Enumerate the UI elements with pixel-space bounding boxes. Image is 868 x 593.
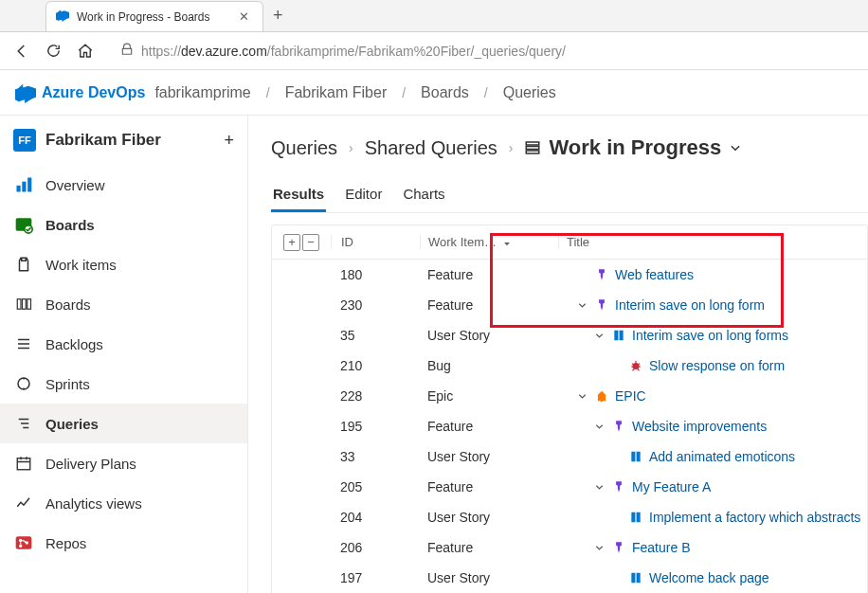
tab-charts[interactable]: Charts <box>401 178 446 212</box>
story-icon <box>628 571 643 584</box>
address-bar[interactable]: https://dev.azure.com/fabrikamprime/Fabr… <box>109 37 855 65</box>
query-icon <box>524 139 541 156</box>
url-text: https://dev.azure.com/fabrikamprime/Fabr… <box>141 44 566 59</box>
table-row[interactable]: 197User StoryWelcome back page <box>272 563 867 593</box>
svg-rect-13 <box>527 142 540 145</box>
cell-type: User Story <box>420 449 558 464</box>
sidebar-item-delivery-plans[interactable]: Delivery Plans <box>0 443 247 483</box>
work-item-link[interactable]: Welcome back page <box>649 570 769 585</box>
breadcrumb-section[interactable]: Queries <box>503 84 556 101</box>
cell-id: 33 <box>272 449 420 464</box>
breadcrumb-queries[interactable]: Queries <box>271 137 337 159</box>
sidebar-item-sprints[interactable]: Sprints <box>0 364 247 404</box>
browser-toolbar: https://dev.azure.com/fabrikamprime/Fabr… <box>0 32 868 70</box>
work-item-link[interactable]: Slow response on form <box>649 358 785 373</box>
feature-icon <box>594 268 609 281</box>
cell-id: 228 <box>272 388 420 404</box>
work-item-link[interactable]: EPIC <box>615 388 646 404</box>
svg-rect-9 <box>16 536 32 548</box>
column-header-title[interactable]: Title <box>558 235 867 249</box>
collapse-all-button[interactable]: − <box>302 234 319 251</box>
column-header-type[interactable]: Work Item… <box>420 235 558 249</box>
sidebar-item-boards[interactable]: Boards <box>0 205 247 244</box>
chevron-down-icon[interactable] <box>575 300 588 311</box>
back-button[interactable] <box>13 43 30 60</box>
query-title-dropdown[interactable]: Work in Progress <box>524 135 742 160</box>
chevron-right-icon: › <box>509 140 514 155</box>
column-header-id[interactable]: ID <box>331 235 420 249</box>
tab-results[interactable]: Results <box>271 178 326 212</box>
cell-type: Feature <box>420 540 558 555</box>
svg-point-11 <box>19 545 22 548</box>
table-row[interactable]: 204User StoryImplement a factory which a… <box>272 502 867 532</box>
work-item-link[interactable]: Website improvements <box>632 419 767 434</box>
sidebar-item-analytics-views[interactable]: Analytics views <box>0 483 247 523</box>
cell-id: 205 <box>272 479 420 494</box>
table-row[interactable]: 228EpicEPIC <box>272 381 867 411</box>
work-item-link[interactable]: Interim save on long forms <box>632 328 788 343</box>
work-item-link[interactable]: Feature B <box>632 540 690 555</box>
work-item-link[interactable]: My Feature A <box>632 479 711 494</box>
table-row[interactable]: 195FeatureWebsite improvements <box>272 411 867 441</box>
sidebar-item-boards[interactable]: Boards <box>0 284 247 324</box>
chevron-down-icon[interactable] <box>592 422 606 432</box>
board2-icon <box>13 294 34 314</box>
table-row[interactable]: 205FeatureMy Feature A <box>272 472 867 502</box>
work-item-link[interactable]: Implement a factory which abstracts <box>649 510 860 525</box>
sidebar-item-label: Queries <box>45 416 99 432</box>
grid-header: + − ID Work Item… Title <box>272 225 867 260</box>
work-item-link[interactable]: Web features <box>615 267 694 282</box>
overview-icon <box>13 174 34 195</box>
sort-down-icon <box>502 238 512 247</box>
add-button[interactable]: + <box>224 131 234 151</box>
breadcrumb-org[interactable]: fabrikamprime <box>154 84 250 101</box>
cell-type: User Story <box>420 570 558 585</box>
close-icon[interactable]: ✕ <box>235 8 253 26</box>
table-row[interactable]: 33User StoryAdd animated emoticons <box>272 441 867 472</box>
tab-editor[interactable]: Editor <box>343 178 384 212</box>
sidebar-item-label: Analytics views <box>45 495 142 512</box>
query-breadcrumb: Queries › Shared Queries › Work in Progr… <box>271 127 868 169</box>
cell-id: 195 <box>272 419 420 434</box>
chevron-right-icon: › <box>349 140 353 155</box>
breadcrumb-project[interactable]: Fabrikam Fiber <box>285 84 388 101</box>
sidebar-item-work-items[interactable]: Work items <box>0 244 247 284</box>
cell-id: 197 <box>272 570 420 585</box>
sidebar-item-repos[interactable]: Repos <box>0 523 247 563</box>
chevron-down-icon[interactable] <box>592 482 606 493</box>
table-row[interactable]: 206FeatureFeature B <box>272 532 867 563</box>
svg-rect-15 <box>527 151 540 153</box>
sidebar-item-label: Repos <box>45 535 86 551</box>
table-row[interactable]: 35User StoryInterim save on long forms <box>272 320 867 350</box>
cell-type: Feature <box>420 479 558 494</box>
refresh-button[interactable] <box>45 43 62 59</box>
chevron-down-icon[interactable] <box>592 543 606 553</box>
cell-id: 230 <box>272 297 420 313</box>
work-item-link[interactable]: Interim save on long form <box>615 297 765 313</box>
chevron-down-icon[interactable] <box>592 331 606 341</box>
feature-icon <box>611 480 626 494</box>
sidebar-item-backlogs[interactable]: Backlogs <box>0 324 247 364</box>
boards-icon <box>13 214 34 235</box>
breadcrumb-service[interactable]: Boards <box>421 84 469 101</box>
table-row[interactable]: 210BugSlow response on form <box>272 350 867 381</box>
chevron-down-icon[interactable] <box>575 391 588 402</box>
home-button[interactable] <box>77 43 94 60</box>
expand-all-button[interactable]: + <box>283 234 300 251</box>
sidebar-item-label: Backlogs <box>45 336 103 352</box>
epic-icon <box>594 389 609 403</box>
table-row[interactable]: 230FeatureInterim save on long form <box>272 290 867 320</box>
browser-tab[interactable]: Work in Progress - Boards ✕ <box>45 1 263 31</box>
table-row[interactable]: 180FeatureWeb features <box>272 260 867 290</box>
sidebar-item-overview[interactable]: Overview <box>0 165 247 205</box>
browser-tab-strip: Work in Progress - Boards ✕ + <box>0 0 868 32</box>
sidebar-item-queries[interactable]: Queries <box>0 404 247 443</box>
breadcrumb-folder[interactable]: Shared Queries <box>365 137 497 159</box>
azure-devops-logo[interactable]: Azure DevOps <box>15 82 145 103</box>
results-grid: + − ID Work Item… Title 180FeatureWeb fe… <box>271 225 868 593</box>
sidebar: FF Fabrikam Fiber + OverviewBoardsWork i… <box>0 116 248 593</box>
new-tab-button[interactable]: + <box>263 6 293 26</box>
project-header[interactable]: FF Fabrikam Fiber + <box>0 116 247 165</box>
chevron-down-icon <box>729 141 742 154</box>
work-item-link[interactable]: Add animated emoticons <box>649 449 795 464</box>
